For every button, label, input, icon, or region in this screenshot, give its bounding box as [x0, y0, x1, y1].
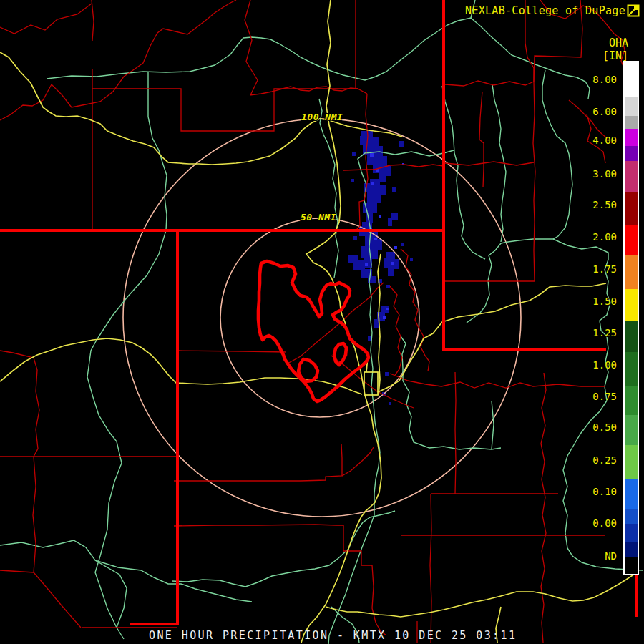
color-scale-segment: [625, 509, 638, 524]
color-scale-segment: [625, 289, 638, 321]
color-scale-tick-label: 0.75: [592, 391, 617, 402]
color-scale-tick-label: 1.75: [592, 263, 617, 275]
color-scale-segment: [625, 161, 638, 192]
color-scale-segment: [625, 62, 638, 97]
highways: [0, 0, 637, 643]
county-boundaries: [0, 0, 625, 643]
color-scale-segment: [625, 415, 638, 445]
color-scale-segment: [625, 97, 638, 116]
color-scale-tick-label: 0.50: [592, 421, 617, 433]
color-scale-tick-label: 0.10: [592, 486, 617, 497]
color-scale-segment: [625, 524, 638, 542]
cod-weather-flag-icon: [627, 4, 640, 17]
range-ring-label-100nmi: 100 NMI: [301, 112, 343, 122]
color-scale-tick-label: 0.25: [592, 454, 617, 466]
range-ring-label-50nmi: 50 NMI: [301, 212, 336, 223]
precip-color-scale: [623, 61, 639, 575]
color-scale-tick-label: 1.25: [592, 327, 617, 338]
color-scale-tick-label: 3.00: [592, 168, 617, 180]
color-scale-tick-label: 6.00: [592, 106, 617, 117]
color-scale-tick-label: 8.00: [592, 74, 617, 85]
product-caption: ONE HOUR PRECIPITATION - KMTX 10 DEC 25 …: [149, 629, 517, 642]
brand-title: NEXLAB-College of DuPage: [465, 5, 625, 17]
rivers: [0, 0, 643, 644]
color-scale-segment: [625, 146, 638, 161]
color-scale-segment: [625, 129, 638, 146]
range-ring-100nmi: [123, 119, 521, 517]
lake-outline: [258, 261, 369, 401]
color-scale-tick-label: 1.00: [592, 359, 617, 371]
color-scale-segment: [625, 352, 638, 386]
color-scale-tick-label: ND: [605, 550, 617, 562]
color-scale-tick-label: 2.00: [592, 231, 617, 243]
color-scale-tick-label: 4.00: [592, 135, 617, 146]
color-scale-segment: [625, 386, 638, 415]
color-scale-segment: [625, 557, 638, 574]
color-scale-segment: [625, 542, 638, 557]
range-rings: [123, 119, 521, 517]
color-scale-segment: [625, 116, 638, 129]
color-scale-segment: [625, 321, 638, 352]
product-code-label: OHA: [609, 37, 628, 49]
color-scale-segment: [625, 225, 638, 255]
radar-viewer-screen: NEXLAB-College of DuPage OHA [IN] 100 NM…: [0, 0, 644, 644]
antelope-island-outline: [334, 343, 346, 365]
color-scale-tick-label: 1.50: [592, 296, 617, 307]
color-scale-tick-label: 2.50: [592, 199, 617, 210]
color-scale-segment: [625, 255, 638, 289]
radar-map: [0, 0, 644, 644]
color-scale-segment: [625, 192, 638, 225]
color-scale-segment: [625, 445, 638, 479]
color-scale-segment: [625, 479, 638, 509]
color-scale-tick-label: 0.00: [592, 517, 617, 529]
